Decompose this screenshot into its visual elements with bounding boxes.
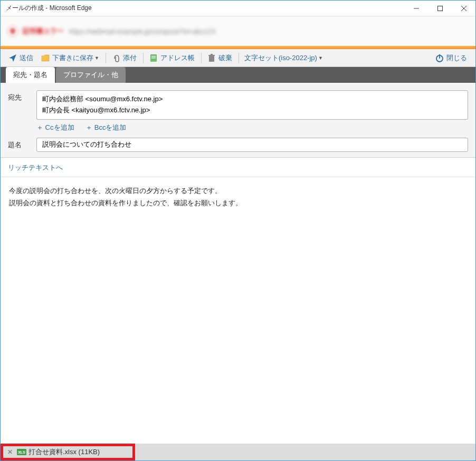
compose-tabs: 宛先・題名 プロファイル・他 bbox=[1, 67, 475, 83]
send-label: 送信 bbox=[20, 53, 33, 63]
window-titlebar: メールの作成 - Microsoft Edge bbox=[1, 1, 475, 16]
discard-button[interactable]: 破棄 bbox=[204, 52, 235, 64]
send-icon bbox=[8, 53, 17, 63]
svg-rect-6 bbox=[151, 57, 156, 59]
compose-form: 宛先 町内会総務部 <soumu@mx6.fctv.ne.jp> 町内会長 <k… bbox=[1, 83, 475, 158]
addressbook-label: アドレス帳 bbox=[160, 53, 195, 63]
add-cc-link[interactable]: ＋ Ccを追加 bbox=[36, 123, 74, 131]
subject-row: 題名 bbox=[8, 138, 468, 152]
minimize-button[interactable] bbox=[404, 1, 428, 16]
to-label: 宛先 bbox=[8, 90, 36, 132]
send-button[interactable]: 送信 bbox=[5, 52, 36, 64]
attachment-filename[interactable]: 打合せ資料.xlsx (11KB) bbox=[28, 447, 100, 457]
remove-attachment-button[interactable]: ✕ bbox=[6, 448, 14, 456]
close-icon bbox=[461, 6, 467, 11]
toolbar-separator bbox=[143, 53, 144, 63]
attach-label: 添付 bbox=[123, 53, 137, 63]
body-line: 今度の説明会の打ち合わせを、次の火曜日の夕方からする予定です。 bbox=[9, 185, 467, 197]
charset-button[interactable]: 文字セット(iso-2022-jp) ▼ bbox=[241, 52, 326, 64]
recipients-input[interactable]: 町内会総務部 <soumu@mx6.fctv.ne.jp> 町内会長 <kait… bbox=[36, 90, 468, 120]
recipients-row: 宛先 町内会総務部 <soumu@mx6.fctv.ne.jp> 町内会長 <k… bbox=[8, 90, 468, 132]
close-compose-label: 閉じる bbox=[446, 53, 467, 63]
toolbar-separator bbox=[239, 53, 239, 63]
tab-profile-other[interactable]: プロファイル・他 bbox=[56, 67, 126, 83]
discard-label: 破棄 bbox=[218, 53, 232, 63]
recipient-entry: 町内会総務部 <soumu@mx6.fctv.ne.jp> bbox=[42, 94, 462, 105]
trash-icon bbox=[207, 53, 216, 63]
minimize-icon bbox=[414, 6, 419, 11]
chevron-down-icon: ▼ bbox=[94, 55, 99, 61]
svg-text:XLS: XLS bbox=[18, 450, 25, 454]
xlsx-file-icon: XLS bbox=[17, 448, 26, 456]
addressbook-button[interactable]: アドレス帳 bbox=[146, 52, 198, 64]
attach-button[interactable]: 添付 bbox=[108, 52, 140, 64]
security-banner: 証明書エラー https://webmail.example.jp/compos… bbox=[1, 16, 475, 46]
close-compose-button[interactable]: 閉じる bbox=[432, 52, 470, 64]
shield-icon bbox=[7, 25, 18, 37]
window-controls bbox=[404, 1, 475, 16]
attachment-bar: ✕ XLS 打合せ資料.xlsx (11KB) bbox=[1, 444, 475, 460]
body-line: 説明会の資料と打ち合わせの資料を作りましたので、確認をお願いします。 bbox=[9, 197, 467, 209]
folder-icon bbox=[41, 53, 50, 63]
attachment-item-highlighted: ✕ XLS 打合せ資料.xlsx (11KB) bbox=[1, 444, 135, 460]
window-title: メールの作成 - Microsoft Edge bbox=[6, 4, 404, 13]
subject-label: 題名 bbox=[8, 138, 36, 152]
svg-rect-5 bbox=[151, 56, 156, 57]
paperclip-icon bbox=[111, 53, 121, 63]
svg-rect-1 bbox=[437, 6, 442, 11]
recipient-entry: 町内会長 <kaityou@mx6.fctv.ne.jp> bbox=[42, 105, 462, 116]
toolbar-separator bbox=[201, 53, 202, 63]
charset-label: 文字セット(iso-2022-jp) bbox=[244, 53, 317, 63]
tab-label: プロファイル・他 bbox=[63, 71, 118, 79]
chevron-down-icon: ▼ bbox=[318, 55, 323, 61]
svg-rect-9 bbox=[211, 54, 213, 55]
richtext-toggle-link[interactable]: リッチテキストへ bbox=[1, 158, 475, 177]
add-bcc-link[interactable]: ＋ Bccを追加 bbox=[85, 123, 126, 131]
message-body[interactable]: 今度の説明会の打ち合わせを、次の火曜日の夕方からする予定です。 説明会の資料と打… bbox=[1, 177, 475, 444]
tab-recipients-subject[interactable]: 宛先・題名 bbox=[6, 67, 55, 83]
save-draft-button[interactable]: 下書きに保存 ▼ bbox=[37, 52, 102, 64]
toolbar-separator bbox=[106, 53, 106, 63]
banner-error-text: 証明書エラー bbox=[23, 26, 64, 36]
power-icon bbox=[435, 53, 444, 63]
svg-rect-8 bbox=[208, 55, 215, 56]
banner-url-text: https://webmail.example.jp/compose?id=ab… bbox=[69, 27, 215, 35]
addressbook-icon bbox=[149, 53, 158, 63]
subject-input[interactable] bbox=[36, 138, 468, 152]
save-draft-label: 下書きに保存 bbox=[52, 53, 93, 63]
compose-toolbar: 送信 下書きに保存 ▼ 添付 アドレス帳 破棄 文字セット(iso-2022-j… bbox=[1, 49, 475, 67]
close-window-button[interactable] bbox=[452, 1, 475, 16]
maximize-button[interactable] bbox=[428, 1, 452, 16]
svg-rect-7 bbox=[209, 56, 214, 62]
maximize-icon bbox=[437, 6, 443, 11]
tab-label: 宛先・題名 bbox=[13, 71, 47, 79]
